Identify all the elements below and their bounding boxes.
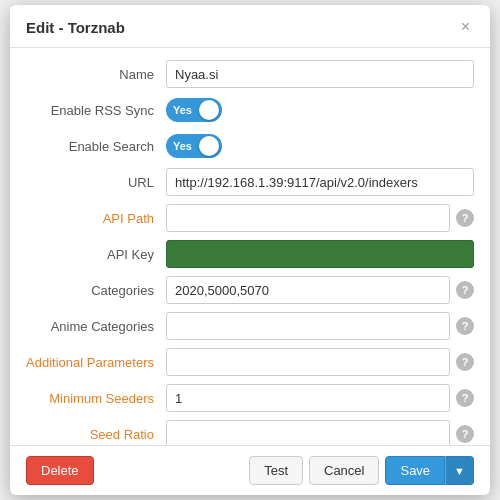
anime-categories-input-group: ?	[166, 312, 474, 340]
enable-search-label: Enable Search	[26, 139, 166, 154]
name-label: Name	[26, 67, 166, 82]
categories-input-group: ?	[166, 276, 474, 304]
cancel-button[interactable]: Cancel	[309, 456, 379, 485]
api-path-help-icon[interactable]: ?	[456, 209, 474, 227]
min-seeders-input-group: ?	[166, 384, 474, 412]
delete-button[interactable]: Delete	[26, 456, 94, 485]
min-seeders-input[interactable]	[166, 384, 450, 412]
anime-categories-label: Anime Categories	[26, 319, 166, 334]
save-button[interactable]: Save	[385, 456, 445, 485]
close-button[interactable]: ×	[457, 17, 474, 37]
min-seeders-help-icon[interactable]: ?	[456, 389, 474, 407]
anime-categories-input[interactable]	[166, 312, 450, 340]
additional-params-help-icon[interactable]: ?	[456, 353, 474, 371]
seed-ratio-help-icon[interactable]: ?	[456, 425, 474, 443]
min-seeders-label: Minimum Seeders	[26, 391, 166, 406]
categories-help-icon[interactable]: ?	[456, 281, 474, 299]
enable-search-toggle-wrapper: Yes	[166, 134, 222, 158]
additional-params-input-group: ?	[166, 348, 474, 376]
toggle-search-label: Yes	[173, 140, 192, 152]
enable-rss-label: Enable RSS Sync	[26, 103, 166, 118]
additional-params-row: Additional Parameters ?	[26, 348, 474, 376]
enable-rss-toggle[interactable]: Yes	[166, 98, 222, 122]
api-path-input[interactable]	[166, 204, 450, 232]
toggle-slider-rss: Yes	[166, 98, 222, 122]
toggle-slider-search: Yes	[166, 134, 222, 158]
seed-ratio-row: Seed Ratio ?	[26, 420, 474, 445]
api-path-input-group: ?	[166, 204, 474, 232]
enable-rss-row: Enable RSS Sync Yes	[26, 96, 474, 124]
footer-right-buttons: Test Cancel Save ▼	[249, 456, 474, 485]
name-row: Name	[26, 60, 474, 88]
url-label: URL	[26, 175, 166, 190]
save-dropdown-button[interactable]: ▼	[445, 456, 474, 485]
additional-params-label: Additional Parameters	[26, 355, 166, 370]
url-row: URL	[26, 168, 474, 196]
api-key-label: API Key	[26, 247, 166, 262]
enable-search-toggle[interactable]: Yes	[166, 134, 222, 158]
toggle-knob-search	[199, 136, 219, 156]
modal-title: Edit - Torznab	[26, 19, 125, 36]
seed-ratio-input-group: ?	[166, 420, 474, 445]
enable-search-row: Enable Search Yes	[26, 132, 474, 160]
categories-label: Categories	[26, 283, 166, 298]
edit-modal: Edit - Torznab × Name Enable RSS Sync Ye…	[10, 5, 490, 495]
toggle-rss-label: Yes	[173, 104, 192, 116]
modal-header: Edit - Torznab ×	[10, 5, 490, 48]
categories-input[interactable]	[166, 276, 450, 304]
modal-body: Name Enable RSS Sync Yes Enable Search	[10, 48, 490, 445]
seed-ratio-label: Seed Ratio	[26, 427, 166, 442]
api-path-row: API Path ?	[26, 204, 474, 232]
additional-params-input[interactable]	[166, 348, 450, 376]
enable-rss-toggle-wrapper: Yes	[166, 98, 222, 122]
anime-categories-help-icon[interactable]: ?	[456, 317, 474, 335]
modal-footer: Delete Test Cancel Save ▼	[10, 445, 490, 495]
save-button-group: Save ▼	[385, 456, 474, 485]
min-seeders-row: Minimum Seeders ?	[26, 384, 474, 412]
test-button[interactable]: Test	[249, 456, 303, 485]
anime-categories-row: Anime Categories ?	[26, 312, 474, 340]
url-input[interactable]	[166, 168, 474, 196]
name-input[interactable]	[166, 60, 474, 88]
categories-row: Categories ?	[26, 276, 474, 304]
seed-ratio-input[interactable]	[166, 420, 450, 445]
toggle-knob-rss	[199, 100, 219, 120]
api-path-label: API Path	[26, 211, 166, 226]
api-key-input[interactable]	[166, 240, 474, 268]
api-key-row: API Key	[26, 240, 474, 268]
